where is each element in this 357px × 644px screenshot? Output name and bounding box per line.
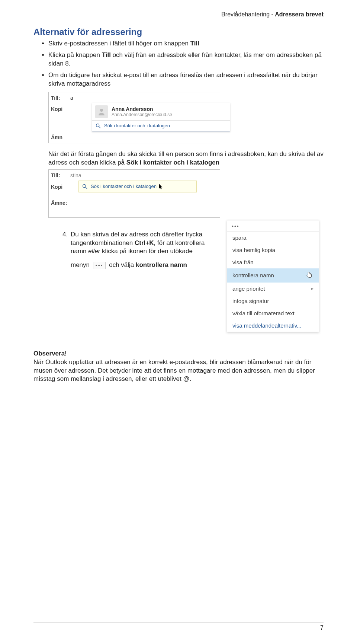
menu-item-infoga-signatur[interactable]: infoga signatur — [227, 295, 319, 307]
hand-cursor-icon — [305, 271, 313, 280]
screenshot-search-catalog: Till: stina Kopi Sök i kontakter och i k… — [48, 169, 220, 218]
search-contacts-row[interactable]: Sök i kontakter och i katalogen — [78, 181, 197, 192]
menu-item-visa-hemlig-kopia[interactable]: visa hemlig kopia — [227, 244, 319, 256]
svg-point-1 — [96, 124, 99, 127]
step-4: 4. Du kan skriva del av adress och däref… — [71, 230, 219, 270]
ellipsis-icon: ••• — [232, 224, 239, 228]
para-first-time: När det är första gången du ska skicka t… — [48, 150, 324, 167]
context-menu: ••• spara visa hemlig kopia visa från ko… — [227, 220, 319, 332]
amne-label: Ämn — [49, 134, 70, 140]
svg-point-3 — [83, 184, 86, 187]
kopia-label: Kopi — [49, 184, 70, 190]
svg-line-4 — [86, 187, 87, 189]
menu-item-visa-fran[interactable]: visa från — [227, 256, 319, 268]
running-head-left: Brevlådehantering - — [221, 11, 275, 17]
observe-body: När Outlook uppfattar att adressen är en… — [33, 358, 324, 384]
menu-item-ange-prioritet[interactable]: ange prioritet▸ — [227, 283, 319, 295]
kopia-label: Kopi — [49, 106, 70, 112]
context-menu-handle[interactable]: ••• — [227, 220, 319, 232]
search-label: Sök i kontakter och i katalogen — [91, 184, 157, 189]
step-number: 4. — [62, 230, 68, 239]
svg-point-0 — [100, 109, 103, 112]
observe-title: Observera! — [33, 350, 324, 357]
suggest-email: Anna.Andersson@orecloud.se — [112, 112, 172, 117]
search-icon — [82, 184, 88, 189]
svg-line-2 — [99, 127, 100, 128]
section-title: Alternativ för adressering — [33, 27, 324, 37]
suggest-popup: Anna Andersson Anna.Andersson@orecloud.s… — [92, 103, 230, 131]
search-icon — [95, 123, 101, 129]
menu-item-spara[interactable]: spara — [227, 232, 319, 244]
till-value: stina — [70, 172, 81, 178]
running-head: Brevlådehantering - Adressera brevet — [33, 11, 324, 18]
page-footer: 7 — [33, 622, 324, 631]
suggest-item[interactable]: Anna Andersson Anna.Andersson@orecloud.s… — [92, 103, 230, 120]
search-label: Sök i kontakter och i katalogen — [104, 123, 170, 128]
bullet-item: Skriv e-postadressen i fältet till höger… — [48, 39, 324, 48]
chevron-right-icon: ▸ — [311, 286, 313, 291]
suggest-name: Anna Andersson — [112, 106, 172, 112]
more-menu-button[interactable]: ••• — [93, 262, 106, 269]
screenshot-address-suggest: Till: a Kopi Anna Andersson Anna.Anderss… — [48, 92, 220, 143]
till-label: Till: — [49, 172, 70, 178]
running-head-right: Adressera brevet — [275, 11, 324, 17]
menu-item-meddelandealternativ[interactable]: visa meddelandealternativ... — [227, 319, 319, 332]
menu-item-kontrollera-namn[interactable]: kontrollera namn — [227, 268, 319, 283]
till-value: a — [70, 95, 73, 101]
avatar-icon — [95, 105, 108, 118]
bullet-item: Om du tidigare har skickat e-post till e… — [48, 71, 324, 88]
ellipsis-icon: ••• — [96, 264, 103, 267]
menu-item-vaxla-oformaterad[interactable]: växla till oformaterad text — [227, 307, 319, 319]
page-number: 7 — [320, 625, 324, 631]
amne-label: Ämne: — [49, 200, 70, 206]
bullet-item: Klicka på knappen Till och välj från en … — [48, 51, 324, 68]
till-label: Till: — [49, 95, 70, 101]
bullet-list: Skriv e-postadressen i fältet till höger… — [33, 39, 324, 88]
cursor-icon — [157, 183, 164, 190]
search-contacts-row[interactable]: Sök i kontakter och i katalogen — [92, 121, 230, 131]
